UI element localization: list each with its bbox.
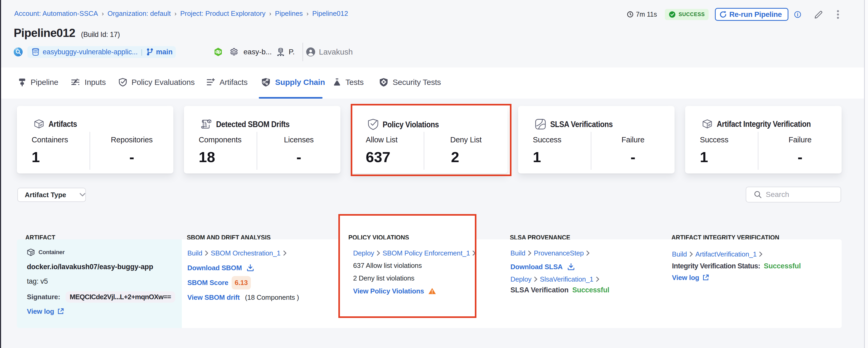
svg-text:</>: </> — [33, 50, 38, 54]
